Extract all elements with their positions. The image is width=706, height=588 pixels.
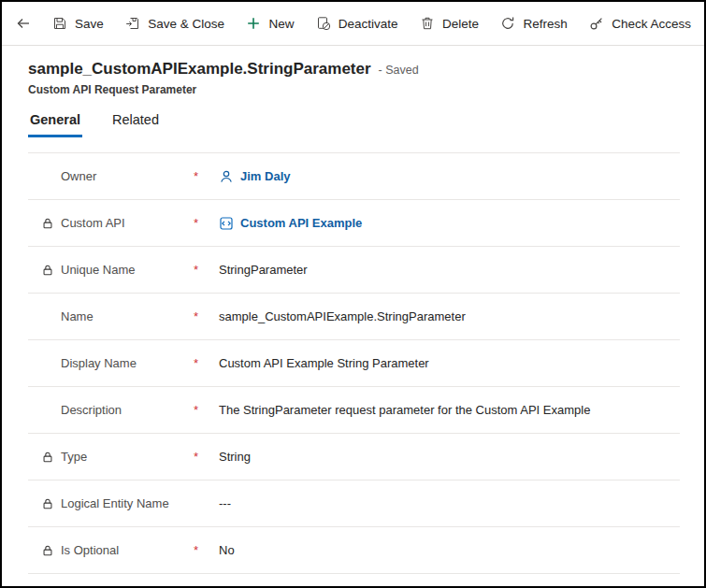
required-asterisk: * (194, 169, 207, 183)
delete-button-label: Delete (442, 17, 479, 31)
tab-related[interactable]: Related (110, 112, 161, 137)
check-access-icon (589, 16, 604, 31)
field-label: Logical Entity Name (61, 496, 169, 510)
custom-api-icon (219, 216, 234, 231)
record-header: sample_CustomAPIExample.StringParameter … (2, 46, 704, 96)
name-field-value[interactable]: sample_CustomAPIExample.StringParameter (219, 309, 466, 323)
entity-type-label: Custom API Request Parameter (28, 83, 678, 96)
field-row-is-optional: Is Optional * No (28, 527, 680, 574)
owner-link[interactable]: Jim Daly (240, 169, 290, 183)
new-plus-icon (246, 16, 261, 31)
deactivate-button-label: Deactivate (339, 17, 398, 31)
lock-icon (41, 217, 54, 230)
field-value: --- (219, 496, 231, 510)
field-row-custom-api: Custom API * Custom API Example (28, 200, 680, 247)
field-label: Description (61, 403, 122, 417)
field-row-unique-name: Unique Name * StringParameter (28, 247, 680, 294)
field-value: The StringParameter request parameter fo… (219, 403, 590, 417)
new-button-label: New (268, 17, 294, 31)
description-field-value[interactable]: The StringParameter request parameter fo… (219, 403, 590, 417)
field-label: Is Optional (61, 543, 119, 557)
delete-icon (420, 16, 435, 31)
back-button[interactable] (7, 7, 39, 39)
required-asterisk: * (194, 450, 207, 464)
delete-button[interactable]: Delete (416, 7, 483, 39)
deactivate-button[interactable]: Deactivate (312, 7, 402, 39)
required-asterisk: * (194, 403, 207, 417)
field-value: String (219, 450, 251, 464)
deactivate-icon (316, 16, 331, 31)
person-icon (219, 169, 234, 184)
lock-icon (41, 497, 54, 510)
display-name-field-value[interactable]: Custom API Example String Parameter (219, 356, 429, 370)
form-tabs: General Related (2, 112, 704, 137)
field-value: StringParameter (219, 263, 308, 277)
field-value: No (219, 543, 235, 557)
field-label-wrap: Description (41, 403, 194, 417)
type-value: String (219, 450, 251, 464)
field-label: Name (61, 309, 94, 323)
refresh-icon (500, 16, 515, 31)
field-label: Custom API (61, 216, 125, 230)
is-optional-value: No (219, 543, 235, 557)
refresh-button[interactable]: Refresh (497, 7, 570, 39)
field-label-wrap: Display Name (41, 356, 194, 370)
page-title: sample_CustomAPIExample.StringParameter (28, 60, 371, 79)
field-label-wrap: Unique Name (41, 263, 194, 277)
lock-icon (41, 451, 54, 464)
refresh-button-label: Refresh (523, 17, 567, 31)
field-row-display-name: Display Name * Custom API Example String… (28, 340, 680, 387)
required-asterisk: * (194, 216, 207, 230)
field-label: Owner (61, 169, 96, 183)
required-asterisk: * (194, 263, 207, 277)
check-access-button[interactable]: Check Access (585, 7, 695, 39)
field-label-wrap: Owner (41, 169, 194, 183)
field-row-name: Name * sample_CustomAPIExample.StringPar… (28, 294, 680, 340)
general-form-section: Owner * Jim Daly Custom API * (28, 152, 680, 574)
field-row-owner: Owner * Jim Daly (28, 153, 680, 200)
required-asterisk: * (194, 356, 207, 370)
logical-entity-name-value: --- (219, 496, 231, 510)
field-label-wrap: Name (41, 309, 194, 323)
field-label: Unique Name (61, 263, 136, 277)
field-row-description: Description * The StringParameter reques… (28, 387, 680, 434)
field-row-type: Type * String (28, 434, 680, 480)
required-asterisk: * (194, 543, 207, 557)
save-button-label: Save (75, 17, 104, 31)
field-label-wrap: Type (41, 450, 194, 464)
lock-icon (41, 544, 54, 557)
field-label-wrap: Custom API (41, 216, 194, 230)
back-arrow-icon (16, 16, 31, 31)
unique-name-value: StringParameter (219, 263, 308, 277)
save-and-close-button-label: Save & Close (148, 17, 224, 31)
save-status: - Saved (379, 64, 419, 77)
tab-general[interactable]: General (28, 112, 82, 137)
command-buttons: Save Save & Close New Deactivate (49, 7, 695, 39)
check-access-button-label: Check Access (612, 17, 691, 31)
new-button[interactable]: New (242, 7, 297, 39)
app-window: Save Save & Close New Deactivate (0, 0, 706, 588)
field-label-wrap: Logical Entity Name (41, 496, 194, 510)
save-icon (52, 16, 67, 31)
save-and-close-button[interactable]: Save & Close (122, 7, 228, 39)
title-line: sample_CustomAPIExample.StringParameter … (28, 60, 678, 79)
field-label: Type (61, 450, 87, 464)
field-label-wrap: Is Optional (41, 543, 194, 557)
lock-icon (41, 264, 54, 277)
field-value: Custom API Example String Parameter (219, 356, 429, 370)
save-button[interactable]: Save (49, 7, 108, 39)
field-label: Display Name (61, 356, 137, 370)
custom-api-link[interactable]: Custom API Example (240, 216, 362, 230)
command-bar: Save Save & Close New Deactivate (2, 2, 704, 46)
required-asterisk: * (194, 309, 207, 323)
field-row-logical-entity-name: Logical Entity Name --- (28, 480, 680, 527)
field-value: sample_CustomAPIExample.StringParameter (219, 309, 466, 323)
field-value: Jim Daly (219, 169, 290, 184)
save-close-icon (125, 16, 140, 31)
field-value: Custom API Example (219, 216, 362, 231)
